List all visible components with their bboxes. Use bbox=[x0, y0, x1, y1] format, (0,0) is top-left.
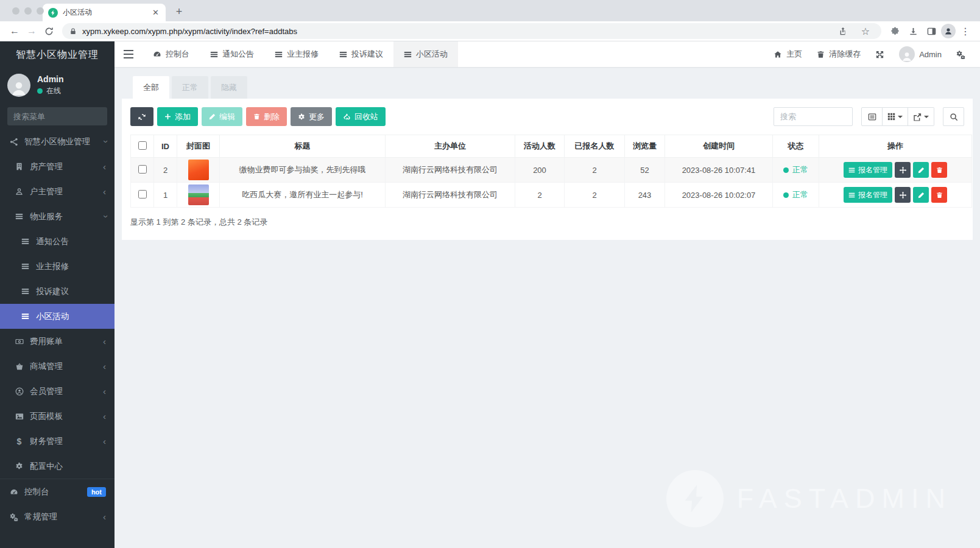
reload-icon[interactable] bbox=[40, 23, 57, 40]
sidebar-item-bills[interactable]: 费用账单 ‹ bbox=[0, 329, 115, 354]
download-icon[interactable] bbox=[904, 23, 922, 40]
drag-sort-button[interactable] bbox=[895, 187, 911, 203]
filter-tab-hidden[interactable]: 隐藏 bbox=[211, 76, 247, 99]
sidebar-item-config[interactable]: 配置中心 bbox=[0, 454, 115, 479]
add-label: 添加 bbox=[175, 111, 191, 122]
admin-user-menu[interactable]: Admin bbox=[892, 41, 949, 67]
signup-manage-button[interactable]: 报名管理 bbox=[844, 162, 892, 178]
columns-dropdown-button[interactable] bbox=[883, 107, 908, 126]
tab-repairs[interactable]: 业主报修 bbox=[264, 41, 329, 67]
sidebar-item-mall[interactable]: 商城管理 ‹ bbox=[0, 354, 115, 379]
hamburger-icon[interactable] bbox=[115, 41, 143, 67]
row-checkbox[interactable] bbox=[138, 190, 147, 198]
advanced-search-button[interactable] bbox=[943, 107, 964, 126]
extensions-puzzle-icon[interactable] bbox=[886, 23, 903, 40]
col-views[interactable]: 浏览量 bbox=[625, 135, 665, 158]
sidebar-item-activities[interactable]: 小区活动 bbox=[0, 304, 115, 329]
sidebar-item-notices[interactable]: 通知公告 bbox=[0, 229, 115, 254]
signup-manage-button[interactable]: 报名管理 bbox=[844, 187, 892, 203]
delete-button[interactable]: 删除 bbox=[246, 107, 287, 126]
sidebar-item-dashboard[interactable]: 控制台 hot bbox=[0, 479, 115, 504]
close-window-button[interactable] bbox=[12, 7, 19, 15]
tab-close-icon[interactable]: ✕ bbox=[151, 8, 160, 17]
sidebar-item-complaints[interactable]: 投诉建议 bbox=[0, 279, 115, 304]
menu-search bbox=[7, 107, 107, 125]
sidebar-item-general[interactable]: 常规管理 ‹ bbox=[0, 504, 115, 529]
recycle-bin-button[interactable]: 回收站 bbox=[336, 107, 386, 126]
trash-icon bbox=[936, 167, 943, 174]
watermark-text: FASTADMIN bbox=[737, 483, 952, 515]
fullscreen-button[interactable] bbox=[868, 41, 892, 67]
col-cover[interactable]: 封面图 bbox=[177, 135, 220, 158]
sidebar-item-templates[interactable]: 页面模板 ‹ bbox=[0, 404, 115, 429]
cover-image[interactable] bbox=[188, 184, 209, 205]
tab-activities[interactable]: 小区活动 bbox=[393, 41, 458, 67]
browser-profile-avatar[interactable] bbox=[941, 24, 956, 38]
browser-menu-icon[interactable]: ⋮ bbox=[957, 23, 974, 40]
chevron-left-icon: ‹ bbox=[103, 337, 106, 346]
share-nodes-icon bbox=[9, 138, 19, 146]
share-icon[interactable] bbox=[834, 23, 851, 40]
select-all-checkbox[interactable] bbox=[138, 141, 147, 150]
sidebar-item-smart-community[interactable]: 智慧小区物业管理 ‹ bbox=[0, 129, 115, 154]
col-created[interactable]: 创建时间 bbox=[665, 135, 773, 158]
sidebar-item-label: 通知公告 bbox=[36, 236, 69, 247]
url-text: xypm.xykeep.com/xypm.php/xypm/activity/i… bbox=[82, 27, 829, 36]
filter-tab-all[interactable]: 全部 bbox=[133, 76, 169, 99]
col-organizer[interactable]: 主办单位 bbox=[386, 135, 515, 158]
zoom-window-button[interactable] bbox=[37, 7, 44, 15]
sidebar-item-finance[interactable]: $ 财务管理 ‹ bbox=[0, 429, 115, 454]
admin-name: Admin bbox=[919, 50, 942, 59]
sidebar-item-repairs[interactable]: 业主报修 bbox=[0, 254, 115, 279]
bookmark-star-icon[interactable]: ☆ bbox=[857, 23, 874, 40]
drag-sort-button[interactable] bbox=[895, 162, 911, 178]
user-icon bbox=[14, 188, 24, 195]
export-dropdown-button[interactable] bbox=[908, 107, 934, 126]
new-tab-button[interactable]: + bbox=[171, 3, 188, 20]
row-delete-button[interactable] bbox=[931, 162, 947, 178]
forward-icon[interactable]: → bbox=[23, 23, 40, 40]
col-signed-up[interactable]: 已报名人数 bbox=[565, 135, 625, 158]
filter-tab-normal[interactable]: 正常 bbox=[172, 76, 208, 99]
edit-button[interactable]: 编辑 bbox=[202, 107, 242, 126]
sidebar-item-owner[interactable]: 户主管理 ‹ bbox=[0, 179, 115, 204]
col-id[interactable]: ID bbox=[154, 135, 177, 158]
sidebar-item-label: 商城管理 bbox=[30, 361, 63, 372]
minimize-window-button[interactable] bbox=[24, 7, 32, 15]
row-edit-button[interactable] bbox=[913, 187, 929, 203]
tab-complaints[interactable]: 投诉建议 bbox=[329, 41, 393, 67]
address-bar[interactable]: xypm.xykeep.com/xypm.php/xypm/activity/i… bbox=[62, 23, 881, 39]
row-delete-button[interactable] bbox=[931, 187, 947, 203]
reading-panel-icon[interactable] bbox=[923, 23, 940, 40]
sidebar-item-property[interactable]: 房产管理 ‹ bbox=[0, 154, 115, 179]
add-button[interactable]: 添加 bbox=[157, 107, 198, 126]
settings-button[interactable] bbox=[949, 41, 973, 67]
home-button[interactable]: 主页 bbox=[766, 41, 809, 67]
avatar bbox=[899, 46, 915, 62]
tab-label: 通知公告 bbox=[222, 49, 254, 60]
back-icon[interactable]: ← bbox=[6, 23, 23, 40]
sidebar-item-services[interactable]: 物业服务 ‹ bbox=[0, 204, 115, 229]
row-edit-button[interactable] bbox=[913, 162, 929, 178]
clear-cache-button[interactable]: 清除缓存 bbox=[809, 41, 868, 67]
export-icon bbox=[913, 113, 922, 121]
table-search-input[interactable] bbox=[774, 107, 853, 126]
tab-notices[interactable]: 通知公告 bbox=[200, 41, 264, 67]
toggle-pane-button[interactable] bbox=[861, 107, 883, 126]
tab-label: 业主报修 bbox=[287, 49, 319, 60]
more-button[interactable]: 更多 bbox=[291, 107, 332, 126]
col-status[interactable]: 状态 bbox=[773, 135, 819, 158]
cell-organizer: 湖南行云网络科技有限公司 bbox=[386, 158, 515, 183]
browser-tab[interactable]: 小区活动 ✕ bbox=[43, 4, 166, 21]
col-title[interactable]: 标题 bbox=[220, 135, 386, 158]
menu-search-input[interactable] bbox=[13, 112, 121, 121]
chevron-down-icon: ‹ bbox=[100, 140, 109, 143]
cover-image[interactable] bbox=[188, 160, 209, 180]
clear-cache-label: 清除缓存 bbox=[829, 49, 861, 60]
col-capacity[interactable]: 活动人数 bbox=[515, 135, 565, 158]
row-checkbox[interactable] bbox=[138, 165, 147, 174]
sidebar-item-members[interactable]: 会员管理 ‹ bbox=[0, 379, 115, 404]
search-icon bbox=[950, 113, 958, 121]
refresh-button[interactable] bbox=[130, 107, 153, 126]
tab-dashboard[interactable]: 控制台 bbox=[143, 41, 200, 67]
